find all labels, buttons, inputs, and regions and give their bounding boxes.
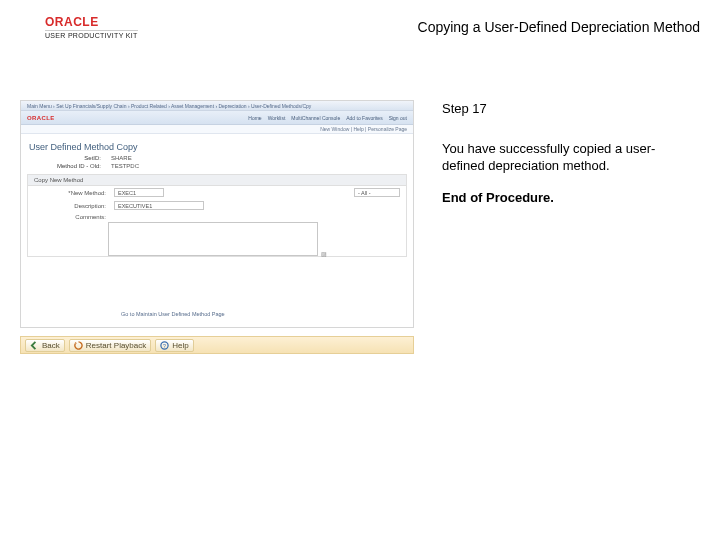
- portal-links: Home Worklist MultiChannel Console Add t…: [248, 115, 407, 121]
- restart-label: Restart Playback: [86, 341, 146, 350]
- help-icon: ?: [160, 341, 169, 350]
- method-value: TESTPDC: [111, 163, 139, 169]
- logo-text: ORACLE: [45, 15, 138, 29]
- copy-section: Copy New Method *New Method: EXEC1 - All…: [27, 174, 407, 257]
- app-header: ORACLE Home Worklist MultiChannel Consol…: [21, 111, 413, 125]
- setid-value: SHARE: [111, 155, 132, 161]
- player-toolbar: Back Restart Playback ? Help: [20, 336, 414, 354]
- link-worklist: Worklist: [268, 115, 286, 121]
- help-button[interactable]: ? Help: [155, 339, 193, 352]
- setid-label: SetID:: [29, 155, 101, 161]
- comments-label: Comments:: [34, 214, 106, 220]
- help-label: Help: [172, 341, 188, 350]
- row-method-old: Method ID - Old: TESTPDC: [21, 162, 413, 170]
- instruction-column: Step 17 You have successfully copied a u…: [442, 100, 694, 360]
- breadcrumb: Main Menu › Set Up Financials/Supply Cha…: [21, 101, 413, 111]
- link-fav: Add to Favorites: [346, 115, 382, 121]
- end-of-procedure: End of Procedure.: [442, 189, 694, 207]
- back-label: Back: [42, 341, 60, 350]
- app-screenshot: Main Menu › Set Up Financials/Supply Cha…: [20, 100, 414, 328]
- restart-playback-button[interactable]: Restart Playback: [69, 339, 151, 352]
- form-title: User Defined Method Copy: [21, 134, 413, 154]
- header: ORACLE USER PRODUCTIVITY KIT Copying a U…: [45, 10, 700, 44]
- reset-icon: [74, 341, 83, 350]
- new-method-select: - All -: [354, 188, 400, 197]
- resize-icon: ▨: [321, 250, 327, 257]
- row-comments: Comments:: [28, 212, 406, 222]
- link-home: Home: [248, 115, 261, 121]
- row-new-method: *New Method: EXEC1 - All -: [28, 186, 406, 199]
- link-mcc: MultiChannel Console: [291, 115, 340, 121]
- description-label: Description:: [34, 203, 106, 209]
- row-setid: SetID: SHARE: [21, 154, 413, 162]
- app-logo: ORACLE: [27, 115, 55, 121]
- new-method-input: EXEC1: [114, 188, 164, 197]
- back-button[interactable]: Back: [25, 339, 65, 352]
- svg-text:?: ?: [163, 342, 166, 348]
- row-description: Description: EXECUTIVE1: [28, 199, 406, 212]
- sub-toolbar: New Window | Help | Personalize Page: [21, 125, 413, 134]
- oracle-upk-logo: ORACLE USER PRODUCTIVITY KIT: [45, 15, 138, 39]
- screenshot-column: Main Menu › Set Up Financials/Supply Cha…: [20, 100, 414, 360]
- description-input: EXECUTIVE1: [114, 201, 204, 210]
- back-icon: [30, 341, 39, 350]
- comments-textarea: ▨: [108, 222, 318, 256]
- method-label: Method ID - Old:: [29, 163, 101, 169]
- logo-subtext: USER PRODUCTIVITY KIT: [45, 30, 138, 39]
- step-label: Step 17: [442, 100, 694, 118]
- page-title: Copying a User-Defined Depreciation Meth…: [418, 19, 700, 35]
- content-row: Main Menu › Set Up Financials/Supply Cha…: [20, 100, 700, 360]
- section-heading: Copy New Method: [28, 175, 406, 186]
- step-body: You have successfully copied a user-defi…: [442, 140, 694, 175]
- link-signout: Sign out: [389, 115, 407, 121]
- footer-link: Go to Maintain User Defined Method Page: [121, 311, 225, 317]
- new-method-label: *New Method:: [34, 190, 106, 196]
